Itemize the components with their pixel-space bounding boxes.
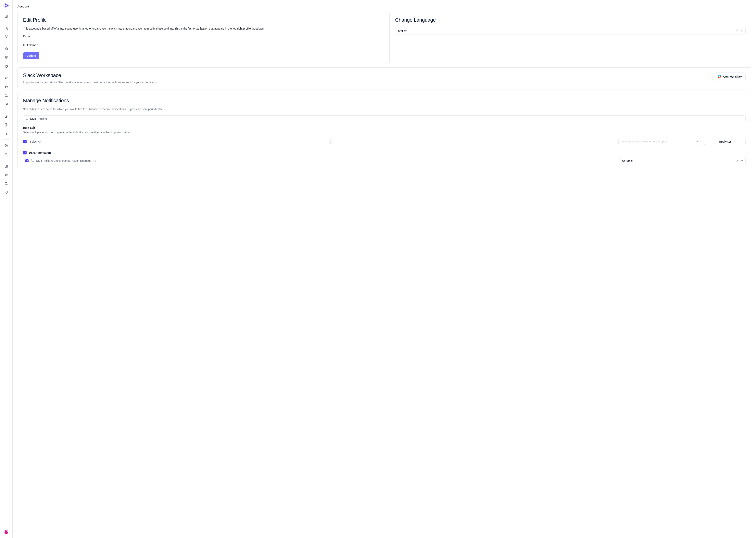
svg-point-29 [5, 530, 6, 531]
clear-language-icon[interactable]: ✕ [736, 29, 738, 32]
svg-rect-31 [719, 75, 720, 76]
svg-point-35 [718, 75, 719, 76]
language-value: English [398, 29, 407, 32]
nav-id-icon[interactable] [3, 101, 10, 107]
chevron-down-icon[interactable] [741, 29, 743, 32]
select-all-label: Select All [30, 140, 41, 143]
svg-point-30 [6, 530, 7, 531]
svg-rect-34 [720, 76, 721, 77]
nav-cube-icon[interactable] [3, 46, 10, 52]
app-logo[interactable] [3, 2, 10, 9]
clear-item-method-icon[interactable]: ✕ [736, 159, 739, 163]
group-checkbox[interactable] [23, 151, 26, 154]
sidebar-divider [3, 160, 10, 160]
notification-group-row: DSR Automation [23, 151, 745, 154]
notifications-card: Manage Notifications Select Action Item … [17, 92, 751, 169]
select-all-checkbox[interactable] [23, 140, 26, 143]
nav-nodes-icon[interactable] [3, 34, 10, 40]
nav-power-icon[interactable] [3, 13, 10, 19]
slack-desc: Log in to your organization's Slack work… [23, 81, 710, 85]
language-select[interactable]: English ✕ [395, 27, 745, 34]
nav-users-icon[interactable] [3, 75, 10, 81]
sidebar-divider [3, 43, 10, 43]
svg-point-13 [5, 94, 7, 95]
sidebar [0, 0, 13, 538]
bulk-method-placeholder: Select notification methods to bulk appl… [621, 140, 667, 143]
nav-search-doc-icon[interactable] [3, 113, 10, 119]
item-method-value: Email [627, 159, 633, 162]
info-icon[interactable] [93, 159, 96, 162]
nav-code-monitor-icon[interactable] [3, 189, 10, 195]
svg-point-10 [6, 65, 7, 68]
svg-rect-25 [5, 183, 7, 185]
svg-point-12 [7, 77, 7, 78]
change-language-card: Change Language English ✕ [389, 12, 751, 64]
notifications-desc: Select Action Item types for which you w… [23, 107, 745, 112]
slack-card: Slack Workspace Log in to your organizat… [17, 67, 751, 90]
bulk-method-select[interactable]: Select notification methods to bulk appl… [618, 138, 701, 145]
svg-rect-15 [5, 103, 8, 105]
slack-title: Slack Workspace [23, 72, 710, 79]
item-checkbox[interactable] [25, 159, 28, 162]
notifications-search[interactable] [23, 115, 745, 122]
item-label-text: DSR Preflight Check Manual Action Requir… [36, 159, 91, 162]
group-expand-chevron-icon[interactable] [53, 151, 56, 154]
chevron-down-icon[interactable] [741, 159, 743, 163]
svg-rect-33 [719, 77, 720, 78]
svg-rect-19 [6, 134, 7, 134]
change-language-title: Change Language [395, 17, 745, 23]
svg-rect-32 [718, 76, 719, 77]
group-title: DSR Automation [29, 151, 51, 154]
svg-point-0 [5, 4, 8, 7]
connect-slack-label: Connect Slack [723, 75, 742, 78]
svg-point-38 [718, 77, 719, 78]
nav-list-plus-icon[interactable] [3, 151, 10, 157]
apply-button[interactable]: Apply (1) [704, 138, 745, 145]
nav-doc-lock-icon[interactable] [3, 131, 10, 137]
sidebar-divider [3, 139, 10, 140]
svg-point-37 [720, 77, 721, 78]
nav-globe-icon[interactable] [3, 25, 10, 31]
connect-slack-button[interactable]: Connect Slack [714, 72, 745, 81]
fullname-label: Full Name* [23, 43, 381, 47]
nav-layout-icon[interactable] [3, 163, 10, 169]
nav-window-plus-icon[interactable] [3, 181, 10, 187]
nav-database-icon[interactable] [3, 92, 10, 99]
svg-point-11 [5, 77, 6, 78]
notifications-title: Manage Notifications [23, 97, 745, 104]
notifications-search-input[interactable] [30, 117, 743, 120]
content: Account Edit Profile This account is bas… [13, 0, 756, 538]
svg-rect-28 [5, 531, 8, 533]
phone-icon [31, 159, 34, 162]
nav-eye-off-icon[interactable] [3, 172, 10, 178]
update-button[interactable]: Update [23, 52, 39, 59]
edit-profile-desc: This account is based off of a Transcend… [23, 27, 381, 31]
svg-rect-23 [6, 166, 7, 167]
svg-point-39 [26, 118, 28, 120]
sidebar-bottom-logo[interactable] [4, 529, 9, 535]
svg-rect-21 [5, 165, 6, 167]
svg-rect-17 [5, 115, 7, 118]
ghost-avatar-icon [328, 139, 332, 144]
edit-profile-card: Edit Profile This account is based off o… [17, 12, 386, 64]
email-label: Email [23, 34, 381, 38]
bulk-edit-heading: Bulk Edit [23, 126, 745, 129]
nav-thumbs-icon[interactable] [3, 84, 10, 90]
nav-cubes-icon[interactable] [3, 54, 10, 61]
sidebar-divider [3, 110, 10, 110]
nav-doc-shield-icon[interactable] [3, 122, 10, 128]
svg-point-1 [4, 3, 9, 8]
required-asterisk: * [37, 43, 38, 47]
svg-point-40 [329, 141, 330, 142]
nav-compass-icon[interactable] [3, 142, 10, 149]
notification-item-row: DSR Preflight Check Manual Action Requir… [23, 157, 745, 164]
svg-point-16 [6, 104, 7, 104]
svg-rect-26 [5, 191, 8, 193]
svg-point-36 [720, 75, 721, 76]
search-icon [25, 117, 28, 120]
svg-rect-22 [6, 165, 7, 166]
svg-point-20 [5, 144, 8, 147]
page-title: Account [17, 5, 751, 8]
nav-sphere-icon[interactable] [3, 63, 10, 69]
item-method-select[interactable]: Email ✕ [620, 157, 745, 164]
